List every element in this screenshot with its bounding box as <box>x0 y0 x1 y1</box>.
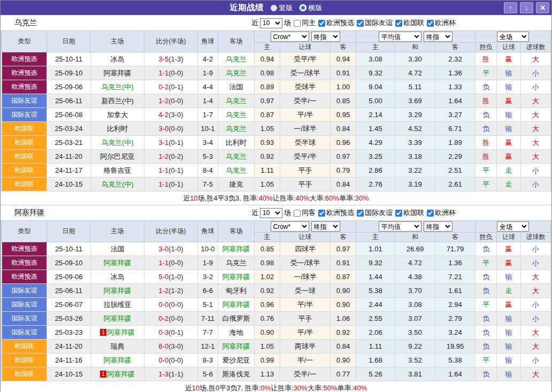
result-cell: 负 <box>476 340 497 353</box>
corners-cell: 1-4 <box>198 94 218 108</box>
avg-stage-select[interactable]: 终指 <box>424 221 453 232</box>
competition-checkbox-1[interactable] <box>357 20 364 27</box>
view-horizontal-radio[interactable]: 横版 <box>293 3 323 13</box>
close-button[interactable]: ✕ <box>536 2 549 13</box>
competition-checkbox-2[interactable] <box>395 20 402 27</box>
column-header: 客场 <box>218 31 255 52</box>
games-label: 场 <box>284 18 291 28</box>
summary-segment: 40% <box>353 384 367 392</box>
odds-company-select[interactable]: Crow* <box>271 221 309 232</box>
column-header: 客场 <box>218 221 255 242</box>
scope-select[interactable]: 全场 <box>497 32 529 42</box>
away-team-name: 乌克兰 <box>226 97 247 105</box>
competition-checkbox-2[interactable] <box>395 210 402 217</box>
result-cell: 胜 <box>476 94 497 108</box>
avg-away-cell: 3.24 <box>435 326 476 340</box>
odds-stage-select[interactable]: 终指 <box>311 221 340 232</box>
table-row: 欧洲预选25-09-10阿塞拜疆1-1(0-0)1-9乌克兰0.98受一/球半0… <box>2 66 551 80</box>
avg-draw-cell: 3.50 <box>395 326 435 340</box>
score-cell: 0-0(0-0) <box>144 353 198 367</box>
score-cell: 1-3(1-1) <box>144 367 198 381</box>
away-odds-cell: 0.90 <box>331 284 356 298</box>
match-date: 25-10-11 <box>47 52 91 66</box>
fulltime-score: 0-2 <box>158 83 168 91</box>
match-date: 25-03-24 <box>47 122 91 136</box>
avg-selects-cell: 平均值终指 <box>356 31 476 43</box>
competition-checkbox-0[interactable] <box>318 20 325 27</box>
table-row: 国际友谊25-06-11新西兰(中)1-2(0-0)1-4乌克兰0.97受半/一… <box>2 94 551 108</box>
handicap-cell: 平/半 <box>280 108 331 122</box>
odds-stage-select[interactable]: 终指 <box>311 32 340 42</box>
match-count-select[interactable]: 10 <box>260 208 282 218</box>
avg-away-cell: 5.38 <box>435 353 476 367</box>
halftime-score: (0-0) <box>168 259 183 267</box>
match-date: 25-06-11 <box>47 284 91 298</box>
avg-stage-select[interactable]: 终指 <box>424 32 453 42</box>
home-team-cell: 阿塞拜疆 <box>91 256 144 270</box>
avg-draw-cell: 3.19 <box>395 178 435 191</box>
view-vertical-radio[interactable]: 竖版 <box>264 3 293 13</box>
corners-cell: 3-4 <box>198 136 218 150</box>
away-odds-cell: 0.84 <box>331 178 356 191</box>
result-cell: 胜 <box>476 136 497 150</box>
match-count-select[interactable]: 10 <box>260 18 282 28</box>
score-cell: 0-2(0-1) <box>144 80 198 94</box>
home-odds-cell: 0.92 <box>255 284 280 298</box>
table-row: 欧洲预选25-10-11冰岛3-5(1-3)4-2乌克兰0.94受平/半0.94… <box>2 52 551 66</box>
away-team-name: 阿塞拜疆 <box>223 273 250 281</box>
competition-label: 欧洲杯 <box>435 208 456 218</box>
avg-home-cell: 1.45 <box>356 122 395 136</box>
competition-checkbox-3[interactable] <box>427 210 434 217</box>
fulltime-score: 0-2 <box>158 314 168 322</box>
goals-result-cell: 小 <box>521 66 551 80</box>
home-team-name: 拉脱维亚 <box>104 301 132 309</box>
avg-draw-cell: 3.29 <box>395 108 435 122</box>
result-cell: 负 <box>476 80 497 94</box>
handicap-cell: 半/一 <box>280 353 331 367</box>
competition-checkbox-3[interactable] <box>427 20 434 27</box>
sub-column-header: 主 <box>356 43 395 52</box>
score-cell: 1-2(0-0) <box>144 94 198 108</box>
summary-segment: 大率: <box>309 194 325 203</box>
same-venue-label: 同主 <box>302 18 316 28</box>
avg-away-cell: 1.36 <box>435 256 476 270</box>
score-cell: 3-5(1-3) <box>144 52 198 66</box>
near-label: 近 <box>251 18 258 28</box>
handicap-cell: 平手 <box>280 312 331 326</box>
away-odds-cell: 0.95 <box>331 108 356 122</box>
halftime-score: (0-1) <box>168 180 183 188</box>
corners-cell: 1-9 <box>198 256 218 270</box>
handicap-cell: 平手 <box>280 178 331 191</box>
scroll-down-button[interactable]: ↓ <box>520 2 533 13</box>
result-cell: 胜 <box>476 150 497 164</box>
fulltime-score: 1-2 <box>158 287 168 295</box>
away-team-name: 法国 <box>229 83 243 91</box>
section-summary: 近10场,胜0平3负7, 胜率:0% 让胜率:30% 大率:50% 单率:40% <box>1 381 551 392</box>
view-vertical-label: 竖版 <box>279 3 293 13</box>
scroll-up-button[interactable]: ↑ <box>504 2 517 13</box>
competition-checkbox-0[interactable] <box>318 210 325 217</box>
same-venue-checkbox[interactable] <box>294 210 301 217</box>
same-venue-checkbox[interactable] <box>294 20 301 27</box>
odds-company-select[interactable]: Crow* <box>271 32 309 42</box>
average-select[interactable]: 平均值 <box>379 221 421 232</box>
competition-checkbox-1[interactable] <box>357 210 364 217</box>
corners-cell: 7-7 <box>198 326 218 340</box>
home-team-cell: 乌克兰(中) <box>91 136 144 150</box>
competition-type-badge: 欧国联 <box>2 367 47 381</box>
avg-away-cell: 19.95 <box>435 340 476 353</box>
corners-cell: 7-11 <box>198 312 218 326</box>
match-date: 25-09-06 <box>47 270 91 284</box>
scope-select[interactable]: 全场 <box>497 221 529 232</box>
avg-home-cell: 1.01 <box>356 242 395 256</box>
competition-type-badge: 欧国联 <box>2 136 47 150</box>
goals-result-cell: 大 <box>521 326 551 340</box>
competition-label: 欧洲预选 <box>326 18 354 28</box>
average-select[interactable]: 平均值 <box>379 32 421 42</box>
away-team-name: 乌克兰 <box>226 55 247 63</box>
column-header: 主场 <box>91 221 144 242</box>
home-team-name: 阿塞拜疆 <box>104 356 132 364</box>
window-title: 近期战绩 <box>230 3 264 13</box>
home-odds-cell: 0.96 <box>255 298 280 312</box>
home-team-name: 乌克兰(中) <box>101 139 134 147</box>
